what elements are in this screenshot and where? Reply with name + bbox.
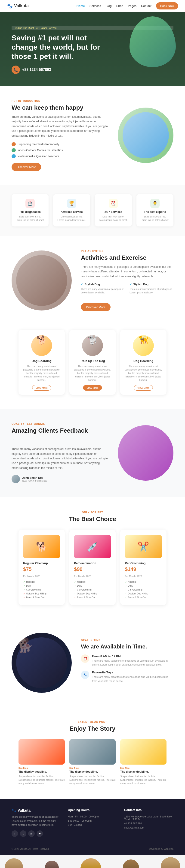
check-green-icon: ✓ xyxy=(125,581,127,583)
hero-phone-number: +88 1234 567893 xyxy=(22,68,51,72)
nav-blog[interactable]: Blog xyxy=(106,4,112,8)
best-choice-section: Only For Pet The Best Choice 🐕 Regular C… xyxy=(0,497,185,619)
book-now-button[interactable]: Book Now xyxy=(156,2,178,9)
hero-bg-decoration xyxy=(130,17,176,67)
discover-more-button[interactable]: Discover More xyxy=(11,163,41,171)
facebook-icon[interactable]: f xyxy=(11,830,18,837)
price-feature-1-2: ✓Car Grooming xyxy=(74,588,111,592)
blog-heading: Enjoy The Story xyxy=(11,725,174,732)
author-name: John Smith Doe xyxy=(22,476,47,479)
dog-silhouette-1 xyxy=(5,858,23,868)
service-desc-0: There are many variations of passages of… xyxy=(22,365,61,382)
footer-hour-1: Sat: 09:00 - 06:00pm xyxy=(68,818,117,823)
avail-item-content-1: Favourite Toys There are many great tool… xyxy=(92,671,174,683)
avail-item-desc-0: There are many variations of packages of… xyxy=(92,659,174,667)
footer-hours-list: Mon - Fri : 08:00 - 09:00pm Sat: 09:00 -… xyxy=(68,814,117,827)
stat-card-3: 👨‍⚕️ The best experts Little latin look … xyxy=(136,194,174,226)
paw-decoration-2: 🐾 xyxy=(120,154,125,158)
testimonials-section-tag: Quality Testimonial xyxy=(11,423,109,425)
price-period-1: Per Month, 2023 xyxy=(74,575,111,578)
avail-item-0: ⏰ From 8 AM to 12 PM There are many vari… xyxy=(81,654,174,667)
blog-card-tag-1: Dog Blog xyxy=(70,767,115,769)
price-card-0: 🐕 Regular Checkup $75 Per Month, 2023 ✓H… xyxy=(19,530,65,605)
blog-card-title-0: The display doubling. xyxy=(19,770,65,773)
price-period-2: Per Month, 2023 xyxy=(125,575,162,578)
intro-text: Pet Introduction We can keep them happy … xyxy=(11,99,109,171)
avail-item-title-1: Favourite Toys xyxy=(92,671,174,674)
stat-card-2: ⏰ 24/7 Services Little latin look at me.… xyxy=(95,194,132,226)
instagram-icon[interactable]: in xyxy=(28,830,35,837)
activities-section: Pet Activities Activities and Exercise T… xyxy=(0,236,185,325)
stat-icon-2: ⏰ xyxy=(109,199,118,208)
footer-hour-0: Mon - Fri : 08:00 - 09:00pm xyxy=(68,814,117,818)
service-img-1: 🐩 xyxy=(82,335,103,356)
price-title-1: Pet Vaccination xyxy=(74,561,111,565)
service-dog-icon-1: 🐩 xyxy=(87,335,98,345)
twitter-icon[interactable]: t xyxy=(20,830,26,837)
avail-item-desc-1: There are many great tools that encourag… xyxy=(92,675,174,683)
price-amount-2: $149 xyxy=(125,566,162,572)
feature-text-3: Professional & Qualified Teachers xyxy=(18,155,59,158)
footer-about-col: 🐾 Valkuta There are many variations of p… xyxy=(11,808,61,837)
service-btn-0[interactable]: View More xyxy=(32,385,51,391)
act-feat-0: ✓ Stylish Dog There are many variations … xyxy=(81,283,125,299)
nav-services[interactable]: Services xyxy=(89,4,101,8)
avail-item-content-0: From 8 AM to 12 PM There are many variat… xyxy=(92,654,174,667)
check-green-icon: ✓ xyxy=(125,588,127,591)
price-feature-0-0: ✓Habitual xyxy=(23,580,60,584)
bottom-dogs-decoration xyxy=(0,855,185,868)
price-title-2: Pet Gromming xyxy=(125,561,162,565)
footer-logo: 🐾 Valkuta xyxy=(11,808,61,813)
intro-section: Pet Introduction We can keep them happy … xyxy=(0,86,185,185)
check-green-icon: ✓ xyxy=(74,581,76,583)
nav-pages[interactable]: Pages xyxy=(128,4,136,8)
service-btn-2[interactable]: View More xyxy=(134,385,153,391)
footer-copyright: © 2023 Valkuta. All Rights Reserved. xyxy=(11,848,49,850)
stat-title-0: Full diagnostics xyxy=(16,210,45,214)
service-btn-1[interactable]: View More xyxy=(83,385,102,391)
footer-contact-2: info@valkuta.com xyxy=(124,826,174,830)
dog-silhouette-4 xyxy=(123,860,139,868)
youtube-icon[interactable]: ▶ xyxy=(36,830,43,837)
footer: 🐾 Valkuta There are many variations of p… xyxy=(0,799,185,855)
blog-section-tag: Latest Blog Post xyxy=(11,720,174,723)
price-feature-2-4: ✓Brush & Blow-Out xyxy=(125,596,162,599)
pricing-cards: 🐕 Regular Checkup $75 Per Month, 2023 ✓H… xyxy=(11,530,174,605)
testimonials-heading: Amazing Clients Feedback xyxy=(11,427,109,434)
service-img-0: 🐕 xyxy=(31,335,52,356)
cross-red-icon: ✕ xyxy=(74,596,76,599)
act-feat-1: ✓ Stylish Dog There are many variations … xyxy=(130,283,174,299)
blog-card-desc-1: Suspendisse, tincidunt leo facilisis. Su… xyxy=(70,775,115,785)
price-feature-0-3: ✕Outdoor Dog Hiking xyxy=(23,592,60,596)
service-title-0: Dog Boarding xyxy=(22,359,61,363)
service-title-2: Dog Boarding xyxy=(124,359,163,363)
testimonials-text: Quality Testimonial Amazing Clients Feed… xyxy=(11,423,109,483)
price-features-1: ✓Habitual ✓Daily ✓Car Grooming ✓Outdoor … xyxy=(74,580,111,599)
footer-hour-2: Sun: Closed xyxy=(68,823,117,827)
services-section: 🐕 Dog Boarding There are many variations… xyxy=(0,325,185,409)
nav-home[interactable]: Home xyxy=(77,4,85,8)
available-heading: We are Available in Time. xyxy=(81,643,174,650)
activities-description: There are many variations of passages of… xyxy=(81,265,174,279)
cross-red-icon: ✕ xyxy=(23,592,25,595)
intro-feature-2: Indoor/Outdoor Games for Little Kids xyxy=(11,148,109,152)
testimonials-author: John Smith Doe New York, 6 months ago xyxy=(11,475,109,483)
price-amount-0: $75 xyxy=(23,566,60,572)
stat-card-0: 🏥 Full diagnostics Little latin look at … xyxy=(11,194,49,226)
logo[interactable]: 🐾 Valkuta xyxy=(7,3,29,9)
dog-silhouette-5 xyxy=(161,857,180,868)
social-icons: f t in ▶ xyxy=(11,830,61,837)
blog-card-desc-0: Suspendisse, tincidunt leo facilisis. Su… xyxy=(19,775,65,785)
avail-item-title-0: From 8 AM to 12 PM xyxy=(92,654,174,658)
nav-shop[interactable]: Shop xyxy=(116,4,123,8)
intro-feature-3: Professional & Qualified Teachers xyxy=(11,154,109,158)
price-img-2: ✂️ xyxy=(125,535,162,558)
activities-discover-button[interactable]: Discover More xyxy=(81,303,110,311)
nav-contact[interactable]: Contact xyxy=(141,4,152,8)
testimonials-description: There are many variations of passages of… xyxy=(11,447,109,470)
price-feature-1-0: ✓Habitual xyxy=(74,580,111,584)
stat-desc-1: Little latin look at me. Lorem ipsum dol… xyxy=(57,215,86,222)
act-feat-title-0: ✓ Stylish Dog xyxy=(81,283,125,286)
intro-description: There are many variations of passages of… xyxy=(11,115,109,138)
feature-dot-3 xyxy=(11,154,16,158)
